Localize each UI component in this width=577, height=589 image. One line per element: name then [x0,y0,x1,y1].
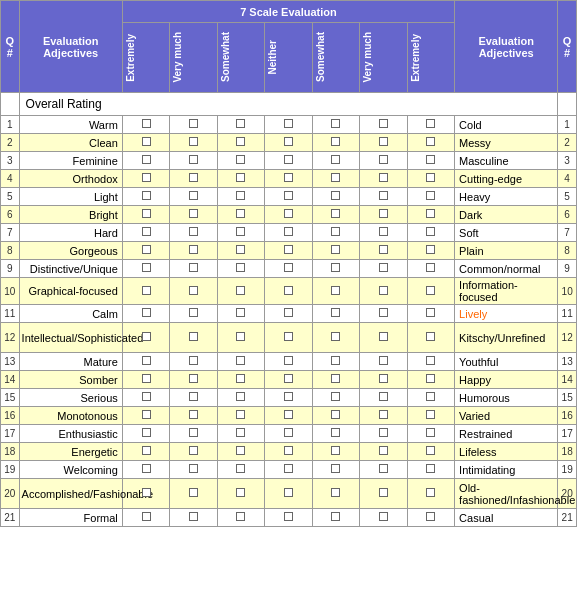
checkbox-cell[interactable] [217,170,264,188]
checkbox-cell[interactable] [407,116,454,134]
checkbox-cell[interactable] [360,323,407,353]
checkbox-cell[interactable] [265,353,312,371]
checkbox-cell[interactable] [407,278,454,305]
checkbox-cell[interactable] [265,305,312,323]
checkbox-cell[interactable] [170,509,217,527]
checkbox-cell[interactable] [312,323,359,353]
checkbox-cell[interactable] [312,152,359,170]
checkbox-cell[interactable] [360,461,407,479]
checkbox-cell[interactable] [265,407,312,425]
checkbox-cell[interactable] [312,170,359,188]
checkbox-cell[interactable] [407,353,454,371]
checkbox-cell[interactable] [170,305,217,323]
checkbox-cell[interactable] [265,443,312,461]
checkbox-cell[interactable] [170,353,217,371]
checkbox-cell[interactable] [360,443,407,461]
checkbox-cell[interactable] [122,425,169,443]
checkbox-cell[interactable] [407,323,454,353]
checkbox-cell[interactable] [122,260,169,278]
checkbox-cell[interactable] [170,206,217,224]
checkbox-cell[interactable] [360,407,407,425]
checkbox-cell[interactable] [217,278,264,305]
checkbox-cell[interactable] [407,188,454,206]
checkbox-cell[interactable] [265,224,312,242]
checkbox-cell[interactable] [360,170,407,188]
checkbox-cell[interactable] [312,509,359,527]
checkbox-cell[interactable] [265,389,312,407]
checkbox-cell[interactable] [170,323,217,353]
checkbox-cell[interactable] [170,152,217,170]
checkbox-cell[interactable] [265,461,312,479]
checkbox-cell[interactable] [407,206,454,224]
checkbox-cell[interactable] [122,443,169,461]
checkbox-cell[interactable] [122,278,169,305]
checkbox-cell[interactable] [312,242,359,260]
checkbox-cell[interactable] [170,389,217,407]
checkbox-cell[interactable] [217,206,264,224]
checkbox-cell[interactable] [360,389,407,407]
checkbox-cell[interactable] [122,134,169,152]
checkbox-cell[interactable] [312,224,359,242]
checkbox-cell[interactable] [407,443,454,461]
checkbox-cell[interactable] [265,260,312,278]
checkbox-cell[interactable] [170,188,217,206]
checkbox-cell[interactable] [265,479,312,509]
checkbox-cell[interactable] [122,371,169,389]
checkbox-cell[interactable] [217,152,264,170]
checkbox-cell[interactable] [170,443,217,461]
checkbox-cell[interactable] [312,116,359,134]
checkbox-cell[interactable] [217,260,264,278]
checkbox-cell[interactable] [217,425,264,443]
checkbox-cell[interactable] [360,425,407,443]
checkbox-cell[interactable] [217,407,264,425]
checkbox-cell[interactable] [312,389,359,407]
checkbox-cell[interactable] [217,509,264,527]
checkbox-cell[interactable] [360,188,407,206]
checkbox-cell[interactable] [122,389,169,407]
checkbox-cell[interactable] [265,278,312,305]
checkbox-cell[interactable] [217,479,264,509]
checkbox-cell[interactable] [407,242,454,260]
checkbox-cell[interactable] [122,461,169,479]
checkbox-cell[interactable] [407,509,454,527]
checkbox-cell[interactable] [122,242,169,260]
checkbox-cell[interactable] [170,242,217,260]
checkbox-cell[interactable] [360,206,407,224]
checkbox-cell[interactable] [170,461,217,479]
checkbox-cell[interactable] [265,188,312,206]
checkbox-cell[interactable] [265,206,312,224]
checkbox-cell[interactable] [360,116,407,134]
checkbox-cell[interactable] [217,188,264,206]
checkbox-cell[interactable] [407,224,454,242]
checkbox-cell[interactable] [407,134,454,152]
checkbox-cell[interactable] [170,407,217,425]
checkbox-cell[interactable] [360,242,407,260]
checkbox-cell[interactable] [122,206,169,224]
checkbox-cell[interactable] [170,425,217,443]
checkbox-cell[interactable] [170,134,217,152]
checkbox-cell[interactable] [217,305,264,323]
checkbox-cell[interactable] [407,389,454,407]
checkbox-cell[interactable] [407,152,454,170]
checkbox-cell[interactable] [122,305,169,323]
checkbox-cell[interactable] [312,371,359,389]
checkbox-cell[interactable] [217,323,264,353]
checkbox-cell[interactable] [360,278,407,305]
checkbox-cell[interactable] [407,260,454,278]
checkbox-cell[interactable] [217,224,264,242]
checkbox-cell[interactable] [265,134,312,152]
checkbox-cell[interactable] [407,407,454,425]
checkbox-cell[interactable] [360,479,407,509]
checkbox-cell[interactable] [265,116,312,134]
checkbox-cell[interactable] [407,371,454,389]
checkbox-cell[interactable] [122,509,169,527]
checkbox-cell[interactable] [170,170,217,188]
checkbox-cell[interactable] [265,242,312,260]
checkbox-cell[interactable] [312,305,359,323]
checkbox-cell[interactable] [122,116,169,134]
checkbox-cell[interactable] [122,152,169,170]
checkbox-cell[interactable] [122,353,169,371]
checkbox-cell[interactable] [312,206,359,224]
checkbox-cell[interactable] [217,389,264,407]
checkbox-cell[interactable] [360,371,407,389]
